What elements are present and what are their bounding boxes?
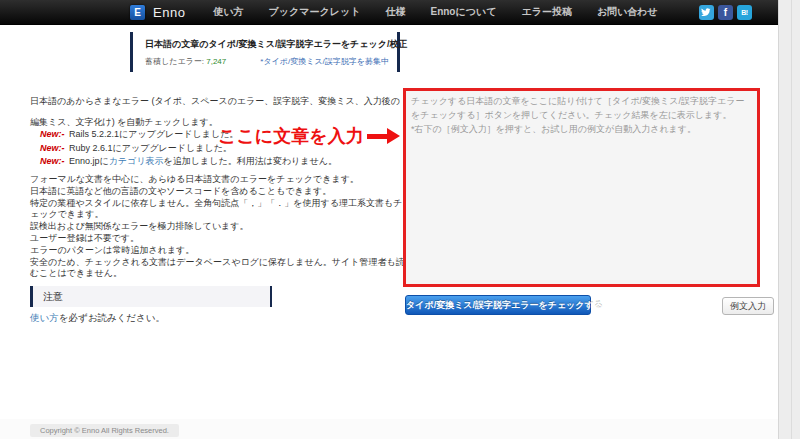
category-display-link[interactable]: カテゴリ表示 — [109, 156, 164, 166]
twitter-icon[interactable] — [699, 5, 714, 20]
feature-line: フォーマルな文書を中心に、あらゆる日本語文書のエラーをチェックできます。 — [30, 174, 405, 186]
brand-home-link[interactable]: E Enno — [130, 5, 185, 20]
main-nav: 使い方 ブックマークレット 仕様 Ennoについて エラー投稿 お問い合わせ — [213, 5, 682, 19]
nav-item-error-post[interactable]: エラー投稿 — [521, 5, 571, 19]
text-input-box — [403, 88, 760, 287]
hatena-icon[interactable]: B! — [737, 5, 752, 20]
check-errors-button[interactable]: タイポ/変換ミス/誤字脱字エラーをチェックする — [405, 295, 591, 315]
enno-logo-icon: E — [130, 5, 145, 20]
facebook-icon[interactable]: f — [718, 5, 733, 20]
social-links: f B! — [695, 5, 752, 20]
page-title: 日本語の文章のタイポ/変換ミス/誤字脱字エラーをチェック/校正 — [145, 38, 389, 51]
top-navigation-bar: E Enno 使い方 ブックマークレット 仕様 Ennoについて エラー投稿 お… — [0, 0, 778, 25]
news-text: Enno.jpに — [69, 156, 109, 166]
news-text: Ruby 2.6.1にアップグレードしました。 — [69, 143, 232, 153]
nav-item-usage[interactable]: 使い方 — [213, 5, 243, 19]
page: E Enno 使い方 ブックマークレット 仕様 Ennoについて エラー投稿 お… — [0, 0, 800, 439]
input-here-annotation: ここに文章を入力 — [218, 124, 400, 148]
feature-line: 安全のため、チェックされる文書はデータベースやログに保存しません。サイト管理者も… — [30, 257, 405, 281]
new-tag: New:- — [40, 156, 65, 166]
news-item: New:- Enno.jpにカテゴリ表示を追加しました。利用法は変わりません。 — [40, 155, 337, 169]
feature-line: ユーザー登録は不要です。 — [30, 233, 405, 245]
brand-name: Enno — [153, 5, 185, 20]
accumulated-errors: 蓄積したエラー: 7,247 — [145, 56, 226, 67]
caution-heading-box: 注意 — [30, 286, 272, 307]
accumulated-errors-count: 7,247 — [206, 57, 226, 66]
usage-link[interactable]: 使い方 — [30, 312, 59, 323]
nav-item-contact[interactable]: お問い合わせ — [597, 5, 658, 19]
nav-item-spec[interactable]: 仕様 — [385, 5, 405, 19]
new-tag: New:- — [40, 143, 65, 153]
nav-item-bookmarklet[interactable]: ブックマークレット — [269, 5, 361, 19]
caution-heading: 注意 — [43, 291, 63, 302]
feature-line: エラーのパターンは常時追加されます。 — [30, 245, 405, 257]
footer: Copyright © Enno All Rights Reserved. — [0, 419, 778, 439]
feature-line: 日本語に英語など他の言語の文やソースコードを含めることもできます。 — [30, 186, 405, 198]
page-title-box: 日本語の文章のタイポ/変換ミス/誤字脱字エラーをチェック/校正 蓄積したエラー:… — [130, 32, 400, 72]
new-tag: New:- — [40, 129, 65, 139]
annotation-text: ここに文章を入力 — [218, 124, 364, 148]
title-subrow: 蓄積したエラー: 7,247 *タイポ/変換ミス/誤字脱字を募集中 — [145, 56, 389, 67]
news-text: Rails 5.2.2.1にアップグレードしました。 — [69, 129, 238, 139]
news-text: を追加しました。利用法は変わりません。 — [164, 156, 337, 166]
feature-line: 特定の業種やスタイルに依存しません。全角句読点「，」「．」を使用する理工系文書も… — [30, 198, 405, 222]
scrollbar-track[interactable] — [778, 0, 800, 439]
caution-note: 使い方を必ずお読みください。 — [30, 312, 165, 325]
example-input-button[interactable]: 例文入力 — [722, 297, 774, 315]
caution-note-text: を必ずお読みください。 — [59, 312, 165, 323]
recruit-errors-link[interactable]: *タイポ/変換ミス/誤字脱字を募集中 — [260, 56, 389, 67]
feature-list: フォーマルな文書を中心に、あらゆる日本語文書のエラーをチェックできます。 日本語… — [30, 174, 405, 280]
feature-line: 誤検出および無関係なエラーを極力排除しています。 — [30, 221, 405, 233]
document-textarea[interactable] — [406, 91, 757, 284]
copyright-text: Copyright © Enno All Rights Reserved. — [30, 424, 179, 437]
accumulated-errors-label: 蓄積したエラー: — [145, 57, 204, 66]
nav-item-about[interactable]: Ennoについて — [430, 5, 496, 19]
arrow-right-icon — [367, 128, 400, 144]
